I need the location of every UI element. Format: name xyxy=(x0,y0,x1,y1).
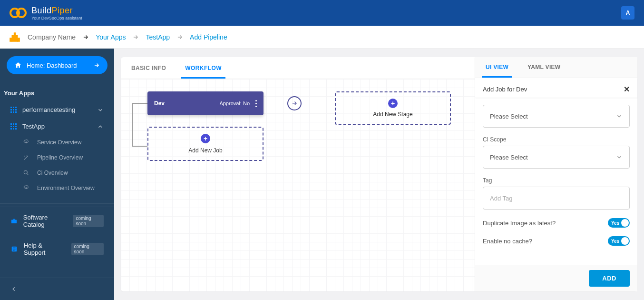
job-type-select[interactable]: Please Select xyxy=(483,105,630,128)
sidebar-subitem-ci[interactable]: Ci Overview xyxy=(0,165,114,180)
gear-icon xyxy=(23,139,29,146)
briefcase-icon xyxy=(10,217,18,225)
panel-footer: ADD xyxy=(475,265,637,291)
sidebar-item-testapp[interactable]: TestApp xyxy=(0,118,114,135)
svg-rect-1 xyxy=(10,38,12,42)
home-label: Home: Dashboard xyxy=(27,62,77,69)
logo-build: Build xyxy=(31,6,52,15)
logo[interactable]: BuildPiper Your DevSecOps assistant xyxy=(10,6,82,20)
next-stage-arrow[interactable] xyxy=(287,96,302,110)
wand-icon xyxy=(23,154,29,161)
ci-scope-select[interactable]: Please Select xyxy=(483,146,630,169)
tag-input[interactable] xyxy=(483,187,630,210)
stage-approval: Approval: No xyxy=(219,100,250,106)
add-stage-button[interactable]: + Add New Stage xyxy=(335,91,451,125)
stage-name: Dev xyxy=(154,100,165,107)
svg-rect-2 xyxy=(17,38,20,42)
chevron-right-icon xyxy=(82,34,89,40)
chevron-down-icon xyxy=(616,154,623,160)
plus-icon: + xyxy=(388,99,398,108)
search-icon xyxy=(23,170,29,176)
svg-rect-3 xyxy=(14,32,16,35)
panel-tab-yaml[interactable]: YAML VIEW xyxy=(524,57,564,78)
sidebar-subitem-label: Environment Overview xyxy=(37,185,95,191)
sidebar-apps-heading: Your Apps xyxy=(0,84,114,101)
sidebar-item-label: TestApp xyxy=(22,123,45,130)
coming-soon-badge: coming soon xyxy=(73,215,104,227)
ci-scope-label: CI Scope xyxy=(483,136,630,143)
arrow-right-icon xyxy=(291,100,298,107)
duplicate-toggle[interactable]: Yes xyxy=(608,218,630,228)
svg-rect-7 xyxy=(11,220,17,223)
tab-workflow[interactable]: WORKFLOW xyxy=(181,57,225,79)
panel-tabs: UI VIEW YAML VIEW xyxy=(475,57,637,78)
breadcrumb-addpipeline[interactable]: Add Pipeline xyxy=(190,33,227,41)
help-icon xyxy=(10,245,18,253)
chevron-down-icon xyxy=(616,113,623,120)
top-bar: BuildPiper Your DevSecOps assistant A xyxy=(0,0,644,26)
sidebar-collapse-button[interactable] xyxy=(0,278,114,300)
panel-tab-ui[interactable]: UI VIEW xyxy=(482,57,512,78)
chevron-left-icon xyxy=(10,286,17,292)
close-icon[interactable]: ✕ xyxy=(624,85,630,94)
svg-point-5 xyxy=(24,170,27,174)
add-job-label: Add New Job xyxy=(188,147,222,154)
logo-rings-icon xyxy=(10,8,27,18)
sidebar-item-performancetesting[interactable]: performancetesting xyxy=(0,101,114,118)
connector xyxy=(132,103,133,146)
sidebar-item-label: performancetesting xyxy=(22,106,75,113)
tab-basic-info[interactable]: BASIC INFO xyxy=(127,57,170,79)
main-content: BASIC INFO WORKFLOW Dev Approval: No + A… xyxy=(114,49,644,300)
avatar[interactable]: A xyxy=(621,6,634,20)
select-placeholder: Please Select xyxy=(490,154,528,161)
toggle-yes: Yes xyxy=(608,239,619,244)
sidebar-item-help[interactable]: Help & Support coming soon xyxy=(0,235,114,263)
connector xyxy=(132,146,147,147)
duplicate-label: Duplicate Image as latest? xyxy=(483,220,556,227)
grid-icon xyxy=(10,107,17,113)
panel-body: Please Select CI Scope Please Select Tag xyxy=(475,98,637,265)
breadcrumb-company[interactable]: Company Name xyxy=(28,33,76,41)
nocache-label: Enable no cache? xyxy=(483,238,532,245)
add-button[interactable]: ADD xyxy=(589,270,630,287)
chevron-up-icon xyxy=(97,123,104,130)
select-placeholder: Please Select xyxy=(490,113,528,120)
logo-tagline: Your DevSecOps assistant xyxy=(31,16,82,20)
sidebar-subitem-env[interactable]: Environment Overview xyxy=(0,180,114,196)
plus-icon: + xyxy=(201,134,210,143)
panel-header: Add Job for Dev ✕ xyxy=(475,78,637,98)
svg-rect-0 xyxy=(12,35,18,41)
breadcrumb: Company Name Your Apps TestApp Add Pipel… xyxy=(0,26,644,49)
connector xyxy=(132,103,147,104)
chevron-right-icon xyxy=(176,34,183,40)
canvas-card: BASIC INFO WORKFLOW Dev Approval: No + A… xyxy=(121,57,475,291)
add-job-button[interactable]: + Add New Job xyxy=(147,127,263,161)
gear-icon xyxy=(23,185,29,191)
workflow-canvas[interactable]: Dev Approval: No + Add New Job + Add New… xyxy=(121,79,475,291)
divider xyxy=(0,203,114,204)
chevron-right-icon xyxy=(132,34,139,40)
chevron-down-icon xyxy=(97,107,104,113)
sidebar-subitem-service[interactable]: Service Overview xyxy=(0,135,114,150)
breadcrumb-testapp[interactable]: TestApp xyxy=(146,33,170,41)
toggle-yes: Yes xyxy=(608,220,619,226)
stage-menu-icon[interactable] xyxy=(255,100,257,107)
sidebar-item-label: Help & Support xyxy=(24,242,66,256)
tabs: BASIC INFO WORKFLOW xyxy=(121,57,475,79)
sidebar-subitem-label: Ci Overview xyxy=(37,170,68,176)
home-button[interactable]: Home: Dashboard xyxy=(7,56,107,74)
sidebar-subitem-pipeline[interactable]: Pipeline Overview xyxy=(0,150,114,165)
sidebar-subitem-label: Service Overview xyxy=(37,139,81,146)
add-stage-label: Add New Stage xyxy=(373,111,412,118)
logo-piper: Piper xyxy=(52,6,73,15)
breadcrumb-apps[interactable]: Your Apps xyxy=(96,33,126,41)
sidebar: Home: Dashboard Your Apps performancetes… xyxy=(0,49,114,300)
nocache-toggle[interactable]: Yes xyxy=(608,236,630,246)
sidebar-subitem-label: Pipeline Overview xyxy=(37,154,83,161)
sidebar-item-label: Software Catalog xyxy=(23,214,68,228)
arrow-right-icon xyxy=(93,62,100,69)
stage-dev[interactable]: Dev Approval: No xyxy=(147,91,263,115)
panel-title: Add Job for Dev xyxy=(483,86,527,93)
sidebar-item-catalog[interactable]: Software Catalog coming soon xyxy=(0,207,114,235)
side-panel: UI VIEW YAML VIEW Add Job for Dev ✕ Plea… xyxy=(475,57,637,291)
